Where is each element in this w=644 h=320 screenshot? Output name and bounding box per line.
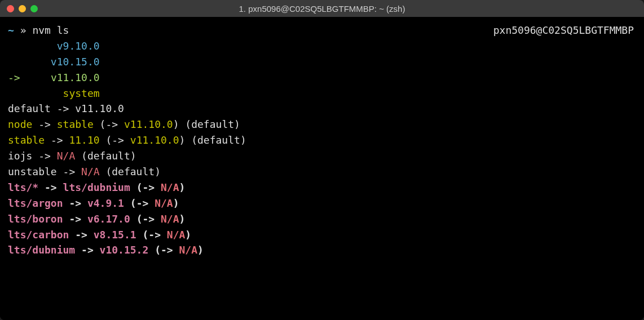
command-text: nvm ls — [32, 24, 69, 36]
lts-carbon: lts/carbon -> v8.15.1 (-> N/A) — [8, 227, 636, 243]
alias-iojs: iojs -> N/A (default) — [8, 148, 636, 164]
resolved-open: (-> — [142, 229, 161, 241]
alias-target: N/A — [57, 150, 76, 162]
alias-label: unstable — [8, 166, 57, 177]
resolved-close: ) — [179, 181, 186, 193]
titlebar: 1. pxn5096@C02SQ5LBGTFMMBP: ~ (zsh) — [0, 0, 644, 17]
alias-note: (default) — [191, 134, 246, 146]
lts-label: lts/carbon — [8, 229, 69, 241]
lts-arrow: -> — [75, 229, 87, 241]
minimize-icon[interactable] — [19, 5, 26, 12]
version-line: v9.10.0 — [8, 38, 636, 54]
alias-note: (default) — [81, 150, 136, 162]
resolved-na: N/A — [161, 213, 179, 225]
resolved-open: (-> — [130, 197, 149, 209]
alias-note: (default) — [185, 118, 240, 130]
resolved-na: N/A — [155, 197, 173, 209]
alias-label: stable — [8, 134, 45, 146]
resolved-version: v11.10.0 — [124, 118, 173, 130]
close-icon[interactable] — [7, 5, 14, 12]
alias-arrow: -> — [57, 103, 69, 114]
lts-target: v4.9.1 — [87, 197, 124, 209]
traffic-lights — [7, 5, 38, 12]
alias-unstable: unstable -> N/A (default) — [8, 164, 636, 180]
lts-dubnium: lts/dubnium -> v10.15.2 (-> N/A) — [8, 242, 636, 258]
system-text: system — [63, 87, 100, 99]
resolved-open: (-> — [100, 118, 118, 130]
resolved-na: N/A — [167, 229, 186, 241]
resolved-open: (-> — [136, 181, 155, 193]
version-text: v10.15.0 — [51, 56, 100, 68]
alias-default: default -> v11.10.0 — [8, 101, 636, 117]
system-line: system — [8, 86, 636, 101]
host-indicator: pxn5096@C02SQ5LBGTFMMBP — [493, 23, 634, 38]
maximize-icon[interactable] — [30, 5, 38, 12]
alias-target: v11.10.0 — [75, 103, 124, 114]
alias-arrow: -> — [38, 118, 51, 130]
current-arrow: -> — [8, 72, 20, 83]
resolved-close: ) — [173, 118, 179, 130]
lts-label: lts/dubnium — [8, 244, 75, 256]
alias-target: 11.10 — [69, 134, 99, 146]
lts-argon: lts/argon -> v4.9.1 (-> N/A) — [8, 195, 636, 211]
lts-arrow: -> — [69, 213, 81, 225]
alias-stable: stable -> 11.10 (-> v11.10.0) (default) — [8, 132, 636, 148]
resolved-version: v11.10.0 — [130, 134, 179, 146]
lts-boron: lts/boron -> v6.17.0 (-> N/A) — [8, 211, 636, 227]
resolved-close: ) — [179, 213, 186, 225]
alias-label: iojs — [8, 150, 32, 162]
resolved-close: ) — [179, 134, 186, 146]
alias-arrow: -> — [63, 166, 76, 177]
lts-arrow: -> — [45, 181, 57, 193]
lts-label: lts/argon — [8, 197, 63, 209]
resolved-na: N/A — [161, 181, 179, 193]
resolved-close: ) — [197, 244, 204, 256]
lts-arrow: -> — [69, 197, 81, 209]
current-version-line: -> v11.10.0 — [8, 70, 636, 86]
version-text: v9.10.0 — [57, 40, 100, 52]
terminal-window: 1. pxn5096@C02SQ5LBGTFMMBP: ~ (zsh) pxn5… — [0, 0, 644, 320]
prompt-tilde: ~ — [8, 24, 14, 36]
alias-node: node -> stable (-> v11.10.0) (default) — [8, 117, 636, 132]
lts-target: v10.15.2 — [100, 244, 149, 256]
alias-note: (default) — [105, 166, 161, 177]
resolved-na: N/A — [179, 244, 198, 256]
prompt-arrow: » — [20, 24, 27, 36]
alias-arrow: -> — [51, 134, 63, 146]
alias-target: stable — [57, 118, 94, 130]
lts-star: lts/* -> lts/dubnium (-> N/A) — [8, 180, 636, 195]
version-text: v11.10.0 — [51, 72, 100, 83]
alias-label: default — [8, 103, 51, 114]
window-title: 1. pxn5096@C02SQ5LBGTFMMBP: ~ (zsh) — [0, 4, 644, 14]
alias-label: node — [8, 118, 32, 130]
lts-label: lts/boron — [8, 213, 63, 225]
alias-target: N/A — [81, 166, 100, 177]
resolved-close: ) — [173, 197, 179, 209]
lts-label: lts/* — [8, 181, 38, 193]
resolved-open: (-> — [136, 213, 155, 225]
resolved-close: ) — [185, 229, 191, 241]
alias-arrow: -> — [38, 150, 51, 162]
version-line: v10.15.0 — [8, 54, 636, 70]
terminal-body[interactable]: pxn5096@C02SQ5LBGTFMMBP ~ » nvm ls v9.10… — [0, 17, 644, 320]
lts-target: v6.17.0 — [87, 213, 130, 225]
lts-target: lts/dubnium — [63, 181, 130, 193]
lts-target: v8.15.1 — [94, 229, 136, 241]
resolved-open: (-> — [105, 134, 124, 146]
resolved-open: (-> — [155, 244, 173, 256]
lts-arrow: -> — [81, 244, 94, 256]
